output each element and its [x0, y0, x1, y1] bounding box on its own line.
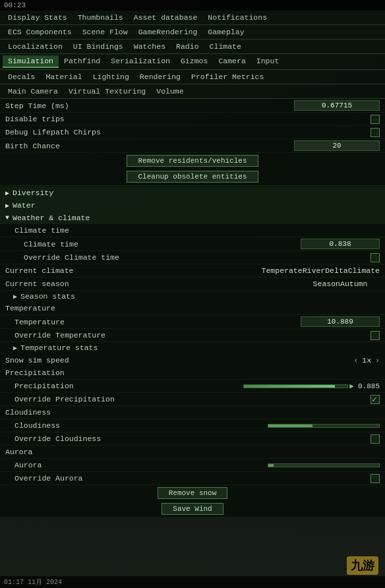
menu-item-serialization[interactable]: Serialization: [105, 55, 175, 68]
step-time-input[interactable]: [294, 100, 380, 111]
weather-label: Weather & climate: [13, 214, 90, 222]
remove-snow-button[interactable]: Remove snow: [158, 487, 228, 499]
menu-row-row1: Display StatsThumbnailsAsset databaseNot…: [0, 11, 385, 25]
menu-item-profiler-metrics[interactable]: Profiler Metrics: [186, 71, 269, 82]
precipitation-label: Precipitation: [5, 382, 243, 390]
aurora-slider[interactable]: [268, 463, 380, 467]
menu-item-thumbnails[interactable]: Thumbnails: [73, 12, 129, 23]
temperature-row: Temperature: [0, 315, 385, 329]
debug-lifepath-checkbox[interactable]: [370, 128, 380, 137]
cloudiness-fill: [268, 425, 312, 427]
disable-trips-checkbox[interactable]: [370, 115, 380, 124]
precipitation-row: Precipitation ▶ 0.885: [0, 380, 385, 393]
cloudiness-slider[interactable]: [268, 424, 380, 428]
cloudiness-bar: [268, 424, 380, 428]
override-cloudiness-checkbox[interactable]: [370, 434, 380, 444]
status-bar: 00:23: [0, 0, 385, 11]
debug-lifepath-label: Debug Lifepath Chirps: [5, 128, 370, 136]
save-wind-row: Save Wind: [0, 501, 385, 517]
override-climate-row: Override Climate time: [0, 251, 385, 264]
disable-trips-label: Disable trips: [5, 115, 370, 123]
panel: Step Time (ms) Disable trips Debug Lifep…: [0, 99, 385, 517]
menu-item-radio[interactable]: Radio: [171, 41, 204, 52]
override-aurora-checkbox[interactable]: [370, 474, 380, 483]
override-precip-checkbox[interactable]: [370, 395, 380, 404]
menu-item-watches[interactable]: Watches: [129, 41, 171, 52]
precipitation-value: 0.885: [358, 382, 380, 390]
diversity-arrow: ▶: [5, 189, 9, 197]
menu-item-simulation[interactable]: Simulation: [3, 55, 59, 68]
menu-row-row4: SimulationPathfindSerializationGizmosCam…: [0, 54, 385, 70]
menu-item-ui-bindings[interactable]: UI Bindings: [68, 41, 129, 52]
snow-sim-right-arrow[interactable]: ›: [375, 356, 380, 365]
override-precip-label: Override Precipitation: [5, 395, 370, 403]
current-season-value: SeasonAutumn: [301, 279, 380, 288]
menu-item-gameplay[interactable]: Gameplay: [202, 26, 249, 38]
menu-item-display-stats[interactable]: Display Stats: [3, 12, 73, 23]
temperature-section-row: Temperature: [0, 302, 385, 315]
cloudiness-row: Cloudiness: [0, 419, 385, 432]
precipitation-bar-bg: [243, 384, 348, 388]
menu-row-row3: LocalizationUI BindingsWatchesRadioClima…: [0, 40, 385, 54]
override-aurora-row: Override Aurora: [0, 472, 385, 485]
override-temp-checkbox[interactable]: [370, 331, 380, 340]
menu-item-decals[interactable]: Decals: [3, 71, 40, 82]
current-climate-value: TemperateRiverDeltaClimate: [262, 266, 380, 275]
override-precip-row: Override Precipitation: [0, 393, 385, 406]
aurora-section-label: Aurora: [5, 448, 380, 456]
override-cloudiness-label: Override Cloudiness: [5, 434, 370, 443]
diversity-section[interactable]: ▶ Diversity: [0, 187, 385, 199]
override-temp-row: Override Temperature: [0, 329, 385, 342]
clock: 00:23: [4, 1, 26, 9]
menu-item-game-rendering[interactable]: GameRendering: [133, 26, 203, 38]
override-aurora-label: Override Aurora: [5, 474, 370, 483]
menu-item-pathfind[interactable]: Pathfind: [59, 55, 105, 68]
cleanup-obsolete-button[interactable]: Cleanup obsolete entities: [127, 171, 258, 183]
menu-item-asset-database[interactable]: Asset database: [129, 12, 203, 23]
temperature-input[interactable]: [301, 316, 380, 327]
menu-item-main-camera[interactable]: Main Camera: [3, 86, 63, 97]
birth-chance-input[interactable]: [294, 140, 380, 151]
birth-chance-label: Birth Chance: [5, 142, 294, 150]
menu-item-gizmos[interactable]: Gizmos: [175, 55, 213, 68]
divider1: [0, 185, 385, 186]
cloudiness-label: Cloudiness: [5, 421, 268, 430]
menu-item-notifications[interactable]: Notifications: [202, 12, 272, 23]
weather-arrow: ▼: [5, 214, 9, 221]
debug-lifepath-row: Debug Lifepath Chirps: [0, 126, 385, 139]
temp-stats-section[interactable]: ▶ Temperature stats: [0, 342, 385, 353]
menu-item-localization[interactable]: Localization: [3, 41, 68, 52]
override-climate-label: Override Climate time: [5, 253, 370, 262]
menu-item-material[interactable]: Material: [40, 71, 87, 82]
disable-trips-row: Disable trips: [0, 113, 385, 126]
precipitation-slider[interactable]: ▶: [243, 382, 355, 390]
save-wind-button[interactable]: Save Wind: [162, 503, 223, 515]
season-stats-section[interactable]: ▶ Season stats: [0, 291, 385, 302]
aurora-bar: [268, 463, 380, 467]
remove-residents-button[interactable]: Remove residents/vehicles: [127, 155, 258, 167]
menu-item-camera[interactable]: Camera: [213, 55, 251, 68]
climate-time-input[interactable]: [301, 239, 380, 249]
diversity-label: Diversity: [13, 189, 53, 197]
bottom-bar: 01:17 11月 2024: [0, 576, 385, 588]
water-section[interactable]: ▶ Water: [0, 199, 385, 212]
cleanup-obsolete-row: Cleanup obsolete entities: [0, 169, 385, 185]
menu-item-virtual-texturing[interactable]: Virtual Texturing: [63, 86, 151, 97]
menu-item-lighting[interactable]: Lighting: [88, 71, 134, 82]
snow-sim-label: Snow sim speed: [5, 356, 353, 365]
birth-chance-row: Birth Chance: [0, 139, 385, 153]
aurora-label: Aurora: [5, 461, 268, 469]
menu-item-input[interactable]: Input: [251, 55, 285, 68]
climate-time-header-label: Climate time: [5, 226, 380, 235]
menu-item-climate[interactable]: Climate: [204, 41, 247, 52]
override-climate-checkbox[interactable]: [370, 253, 380, 262]
menu-item-volume[interactable]: Volume: [151, 86, 189, 97]
menu-item-ecs-components[interactable]: ECS Components: [3, 26, 77, 38]
precipitation-section-label: Precipitation: [5, 368, 380, 377]
current-season-label: Current season: [5, 279, 301, 288]
weather-section[interactable]: ▼ Weather & climate: [0, 212, 385, 224]
menu-item-rendering[interactable]: Rendering: [134, 71, 186, 82]
snow-sim-left-arrow[interactable]: ‹: [353, 356, 358, 365]
menu-item-scene-flow[interactable]: Scene Flow: [77, 26, 133, 38]
override-temp-label: Override Temperature: [5, 331, 370, 339]
